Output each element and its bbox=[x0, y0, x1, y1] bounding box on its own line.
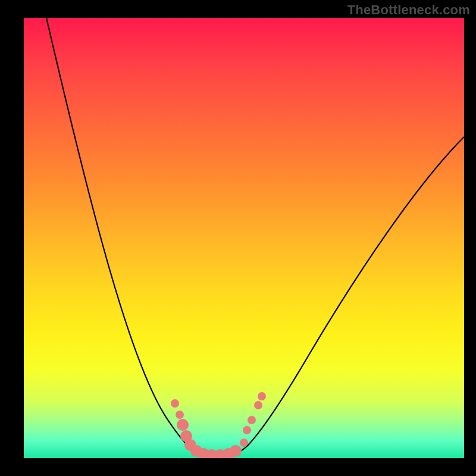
marker-dot bbox=[248, 416, 256, 424]
marker-dot bbox=[171, 399, 179, 408]
chart-frame: TheBottleneck.com bbox=[0, 0, 476, 476]
marker-dot bbox=[230, 445, 242, 457]
marker-dot bbox=[258, 392, 266, 400]
plot-area bbox=[24, 18, 464, 458]
marker-group bbox=[171, 392, 266, 458]
watermark-text: TheBottleneck.com bbox=[347, 2, 470, 18]
main-curve bbox=[46, 18, 464, 456]
marker-dot bbox=[243, 426, 251, 434]
marker-dot bbox=[240, 439, 248, 447]
marker-dot bbox=[254, 401, 262, 409]
chart-svg bbox=[24, 18, 464, 458]
marker-dot bbox=[176, 411, 184, 419]
marker-dot bbox=[177, 419, 189, 431]
